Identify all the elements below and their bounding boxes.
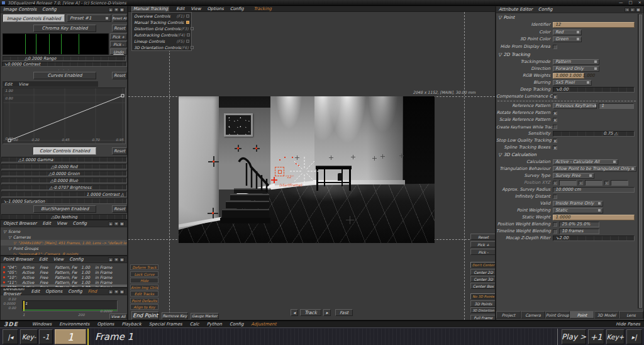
menu-config[interactable]: Config <box>68 289 82 294</box>
reset-all-button[interactable]: Reset All <box>113 14 127 22</box>
close-button[interactable]: × <box>638 0 641 5</box>
wall-marker[interactable] <box>235 145 242 152</box>
menu-view[interactable]: View <box>57 221 67 226</box>
deform-track-button[interactable]: Deform Track <box>130 264 158 270</box>
reset-button[interactable]: Reset <box>470 234 496 240</box>
menu-config[interactable]: Config <box>538 7 552 12</box>
menu-tracking[interactable]: Tracking <box>254 6 272 11</box>
menu-playback[interactable]: Playback <box>122 322 142 327</box>
survey-type-dropdown[interactable]: Survey Free <box>553 173 594 179</box>
curves-enabled-button[interactable]: Curves Enabled <box>33 72 96 79</box>
pane-grip[interactable]: · · · <box>1 67 127 72</box>
gauge-marker-button[interactable]: Gauge Marker <box>191 313 219 319</box>
direction-dropdown[interactable]: Forward Only <box>553 66 599 72</box>
hide-from-display-checkbox[interactable] <box>553 45 557 49</box>
menu-manual-tracking[interactable]: Manual Tracking <box>131 6 170 12</box>
3d-point-color-dropdown[interactable]: Green <box>553 37 582 42</box>
3d-distortion-button[interactable]: 3D Distortion <box>470 307 496 313</box>
dont-center-button[interactable]: Don't Center <box>470 262 496 268</box>
menu-edit[interactable]: Edit <box>39 257 48 262</box>
tracking-point-12-cross[interactable] <box>271 177 277 183</box>
blurring-dropdown[interactable]: 5x5 Pixel <box>553 80 592 86</box>
pane-up-icon[interactable]: ▲ <box>108 8 113 12</box>
tab-3d-model[interactable]: 3D Model <box>594 311 619 319</box>
point-row[interactable]: "11":ActiveFreePattern, Fw1.00in Frame <box>1 280 127 285</box>
menu-view[interactable]: View <box>191 6 201 11</box>
no-3d-points-button[interactable]: No 3D Points <box>470 293 496 300</box>
section-3d-calculation[interactable]: ▽3D Calculation <box>498 152 536 157</box>
menu-item-autotracking-controls[interactable]: Autotracking Controls(F4) <box>132 31 191 38</box>
track-button[interactable]: Track <box>300 309 321 316</box>
rotate-reference-checkbox[interactable]: × <box>553 111 557 115</box>
pane-menu-icon[interactable]: ■ <box>119 257 125 262</box>
menu-view[interactable]: View <box>53 257 64 262</box>
pane-up-icon[interactable]: ▲ <box>108 222 113 226</box>
viewport-image[interactable]: "12" (startframe) <box>179 96 435 243</box>
red-slider[interactable]: △0.0000 Red <box>1 164 127 169</box>
minus-one-button[interactable]: -1 <box>39 329 53 344</box>
collapse-arrow-icon[interactable]: ▽ <box>498 152 502 157</box>
rgb-weights-field[interactable]: 1.000 1.000 1.000 <box>553 73 584 79</box>
triangulation-dropdown[interactable]: Allow Point to be Triangulated Only <box>553 166 636 172</box>
compensate-luminance-checkbox[interactable]: × <box>553 94 557 99</box>
static-weight-field[interactable]: 1.0000 <box>553 215 635 220</box>
position-y-field[interactable] <box>585 180 602 186</box>
color-reset-button[interactable]: Reset <box>112 147 127 155</box>
blur-mode-slider[interactable]: △Do Nothing <box>1 214 127 220</box>
image-controls-enabled-button[interactable]: Image Controls Enabled <box>3 14 65 22</box>
end-point-button[interactable]: End Point <box>131 311 159 320</box>
collapse-arrow-icon[interactable]: ▽ <box>498 52 502 57</box>
pane-menu-icon[interactable]: ■ <box>119 290 125 294</box>
tree-item-scene[interactable]: ▽Scene <box>1 229 127 234</box>
menu-special-frames[interactable]: Special Frames <box>149 322 182 327</box>
collapse-arrow-icon[interactable]: ▽ <box>498 14 502 20</box>
timeline-frame-marker[interactable] <box>87 329 89 345</box>
tab-lens[interactable]: Lens <box>619 311 643 319</box>
chroma-histogram[interactable] <box>3 33 109 55</box>
point-row[interactable]: "04":ActiveFreePattern, Fw1.00in Frame <box>1 264 127 269</box>
position-weight-blending-checkbox[interactable] <box>553 222 557 227</box>
pane-menu-icon[interactable]: ■ <box>119 222 125 226</box>
center-3d-button[interactable]: Center 3D <box>470 276 496 282</box>
attribute-scrollbar[interactable] <box>638 14 643 308</box>
tree-item-camera[interactable]: ▽"2048x1080": [Main], 451 Frames, 1.00, … <box>1 240 127 246</box>
chroma-reset-button[interactable]: Reset <box>112 25 127 32</box>
pick-plus-button[interactable]: Pick + <box>110 33 127 40</box>
tab-point[interactable]: Point <box>570 311 594 319</box>
identifier-field[interactable]: 12 <box>553 22 635 28</box>
menu-edit[interactable]: Edit <box>176 6 184 11</box>
menu-config[interactable]: Config <box>230 322 243 327</box>
pane-down-icon[interactable]: ▼ <box>114 8 119 12</box>
collapse-arrow-icon[interactable]: ▽ <box>3 229 6 234</box>
menu-options[interactable]: Options <box>97 322 114 327</box>
scrollbar-thumb[interactable] <box>639 14 642 308</box>
mocap-zdepth-slider[interactable]: ↘2.00 <box>553 235 635 241</box>
menu-item-3d-orientation-controls[interactable]: 3D Orientation Controls(F6) <box>132 44 191 50</box>
pane-down-icon[interactable]: ▼ <box>114 290 119 294</box>
minimize-button[interactable]: — <box>619 0 623 5</box>
play-button[interactable]: Play > <box>562 329 586 344</box>
pane-up-icon[interactable]: ▲ <box>108 290 113 294</box>
timeline-strip[interactable]: Frame 1 <box>87 329 558 345</box>
calculation-dropdown[interactable]: Active - Calculate All <box>553 159 618 165</box>
blue-slider[interactable]: △0.0000 Blue <box>1 178 127 183</box>
menu-config[interactable]: Config <box>73 221 87 226</box>
reference-pattern-field[interactable]: 1 <box>599 103 634 109</box>
hide-button[interactable]: Hide <box>130 278 158 283</box>
menu-item-distortion-grid-controls[interactable]: Distortion Grid Controls(F3) <box>132 25 191 31</box>
wall-marker[interactable] <box>208 156 219 167</box>
current-frame-field[interactable]: 1 <box>55 329 86 344</box>
point-row[interactable]: "05":ActiveFreePattern, Fw1.00in Frame <box>1 269 127 274</box>
hide-panes-button[interactable]: Hide Panes <box>616 322 640 327</box>
tab-camera[interactable]: Camera <box>521 311 545 319</box>
curves-reset-button[interactable]: Reset <box>112 72 127 79</box>
tab-point-group[interactable]: Point Group <box>545 311 570 319</box>
chroma-range-slider[interactable]: △0.2000 Range <box>3 56 126 61</box>
gamma-slider[interactable]: △1.0000 Gamma <box>1 157 127 162</box>
lock-curve-button[interactable]: Lock Curve <box>130 271 158 277</box>
center-2d-button[interactable]: Center 2D <box>470 269 496 275</box>
survey-radius-field[interactable]: 10.0000 cm <box>553 187 635 193</box>
menu-point-browser[interactable]: Point Browser <box>3 257 33 262</box>
deep-tracking-slider[interactable]: ↘0.00 <box>553 87 635 93</box>
go-first-frame-button[interactable]: |◂ <box>3 329 18 344</box>
